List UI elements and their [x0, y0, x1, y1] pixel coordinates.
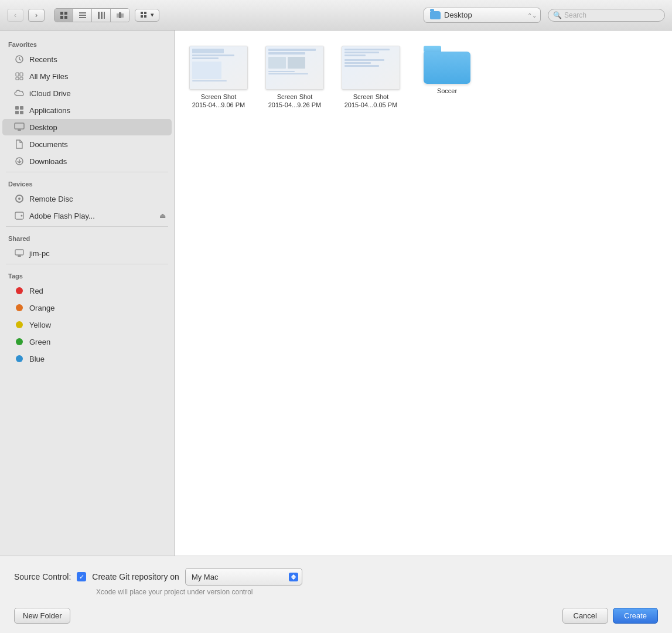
sidebar-item-icloud-drive[interactable]: iCloud Drive: [2, 85, 172, 101]
view-cover-button[interactable]: [111, 9, 129, 22]
sidebar-item-tag-green[interactable]: Green: [2, 333, 172, 350]
screenshot-thumbnail-1: [189, 46, 248, 90]
sidebar-item-label: Desktop: [29, 123, 57, 132]
svg-rect-21: [20, 73, 23, 76]
sidebar-item-label: Yellow: [29, 321, 51, 329]
arrange-arrow-icon: ▾: [151, 11, 154, 19]
mac-select-value: My Mac: [192, 573, 219, 581]
tag-green-icon: [14, 336, 25, 347]
sidebar-item-tag-orange[interactable]: Orange: [2, 300, 172, 316]
location-select[interactable]: Desktop ⌃⌄: [424, 8, 541, 23]
view-buttons: [54, 8, 130, 22]
file-area: Screen Shot 2015-04...9.06 PM: [175, 30, 672, 556]
sidebar-item-jim-pc[interactable]: jim-pc: [2, 245, 172, 261]
disc-icon: [14, 193, 25, 204]
downloads-icon: [14, 156, 25, 166]
forward-button[interactable]: ›: [28, 9, 45, 22]
new-folder-button[interactable]: New Folder: [14, 608, 70, 624]
file-item-soccer[interactable]: Soccer: [415, 42, 479, 113]
svg-rect-10: [117, 13, 119, 18]
allfiles-icon: [14, 71, 25, 81]
screenshot-thumbnail-3: [342, 46, 400, 90]
svg-rect-8: [101, 12, 103, 19]
favorites-header: Favorites: [0, 35, 174, 50]
view-icon-button[interactable]: [54, 9, 73, 22]
file-name-soccer: Soccer: [437, 87, 457, 95]
sidebar-item-label: Adobe Flash Play...: [29, 212, 155, 220]
create-git-label: Create Git repository on: [92, 572, 179, 581]
sidebar-item-downloads[interactable]: Downloads: [2, 153, 172, 169]
toolbar: ‹ ›: [0, 0, 672, 30]
location-folder-icon: [430, 11, 441, 19]
sidebar-item-remote-disc[interactable]: Remote Disc: [2, 190, 172, 207]
applications-icon: [14, 105, 25, 115]
forward-icon: ›: [35, 11, 37, 19]
sidebar: Favorites Recents All My Files iCloud Dr…: [0, 30, 175, 556]
svg-rect-26: [15, 111, 19, 114]
mac-select[interactable]: My Mac: [185, 568, 302, 586]
back-button[interactable]: ‹: [7, 9, 23, 22]
sidebar-item-label: Blue: [29, 355, 45, 363]
file-item-screenshot1[interactable]: Screen Shot 2015-04...9.06 PM: [186, 42, 251, 113]
sidebar-item-tag-yellow[interactable]: Yellow: [2, 316, 172, 333]
sidebar-item-label: All My Files: [29, 72, 68, 81]
location-chevron-icon: ⌃⌄: [527, 12, 537, 18]
location-bar: Desktop ⌃⌄ 🔍 Search: [424, 8, 665, 23]
file-name-1: Screen Shot 2015-04...9.06 PM: [192, 93, 245, 110]
file-item-screenshot2[interactable]: Screen Shot 2015-04...9.26 PM: [262, 42, 327, 113]
list-icon: [79, 11, 87, 19]
sidebar-item-documents[interactable]: Documents: [2, 136, 172, 152]
arrow-down-icon: [291, 577, 296, 580]
file-name-3: Screen Shot 2015-04...0.05 PM: [344, 93, 398, 110]
svg-rect-25: [20, 106, 23, 110]
coverflow-icon: [116, 11, 124, 19]
svg-rect-28: [15, 123, 24, 129]
sidebar-item-tag-red[interactable]: Red: [2, 283, 172, 299]
sidebar-item-adobe-flash[interactable]: Adobe Flash Play... ⏏: [2, 207, 172, 224]
cloud-icon: [14, 88, 25, 98]
svg-rect-23: [20, 77, 23, 80]
file-item-screenshot3[interactable]: Screen Shot 2015-04...0.05 PM: [339, 42, 403, 113]
sidebar-item-recents[interactable]: Recents: [2, 51, 172, 67]
sidebar-item-all-my-files[interactable]: All My Files: [2, 68, 172, 84]
sidebar-item-label: Red: [29, 287, 43, 295]
location-label: Desktop: [444, 11, 472, 19]
folder-icon: [424, 46, 470, 84]
sidebar-item-desktop[interactable]: Desktop: [2, 119, 172, 135]
svg-rect-1: [64, 12, 67, 15]
view-list-button[interactable]: [73, 9, 92, 22]
tag-red-icon: [14, 285, 25, 296]
cancel-button[interactable]: Cancel: [562, 608, 608, 624]
sidebar-item-label: iCloud Drive: [29, 89, 71, 98]
svg-rect-6: [79, 17, 86, 18]
sidebar-item-label: jim-pc: [29, 249, 50, 258]
svg-rect-22: [16, 77, 19, 80]
sidebar-item-applications[interactable]: Applications: [2, 102, 172, 118]
arrange-grid-icon: [140, 11, 148, 19]
bottom-actions: New Folder Cancel Create: [14, 608, 658, 624]
view-columns-button[interactable]: [92, 9, 111, 22]
create-button[interactable]: Create: [613, 608, 658, 624]
svg-rect-9: [104, 12, 105, 19]
git-checkbox[interactable]: ✓: [77, 572, 86, 581]
search-icon: 🔍: [553, 11, 562, 19]
svg-line-19: [19, 59, 21, 60]
devices-header: Devices: [0, 175, 174, 190]
svg-rect-24: [15, 106, 19, 110]
svg-point-32: [21, 215, 23, 217]
arrow-up-icon: [291, 574, 296, 577]
sidebar-item-label: Recents: [29, 55, 57, 64]
arrange-button[interactable]: ▾: [135, 9, 159, 22]
sidebar-divider-3: [6, 264, 168, 264]
svg-rect-27: [20, 111, 23, 114]
sidebar-item-label: Applications: [29, 106, 70, 115]
search-placeholder: Search: [564, 11, 586, 19]
svg-rect-0: [60, 12, 63, 15]
search-bar[interactable]: 🔍 Search: [548, 9, 665, 22]
svg-rect-2: [60, 16, 63, 19]
file-grid: Screen Shot 2015-04...9.06 PM: [186, 42, 660, 113]
sidebar-item-tag-blue[interactable]: Blue: [2, 350, 172, 367]
desktop-icon: [14, 122, 25, 132]
svg-rect-4: [79, 12, 86, 13]
eject-icon[interactable]: ⏏: [159, 212, 166, 220]
